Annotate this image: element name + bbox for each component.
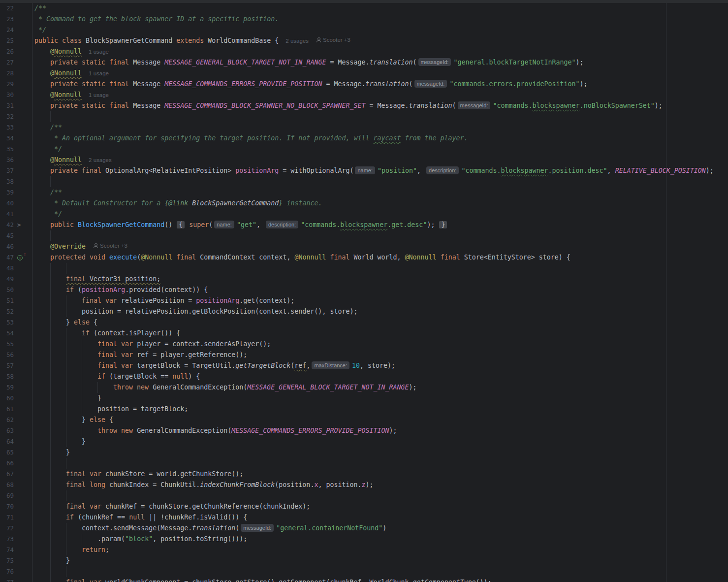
override-arrow-icon: ↑: [24, 252, 26, 257]
code-line[interactable]: 50 if (positionArg.provided(context)) {: [0, 285, 728, 295]
code-line[interactable]: 77 final var worldChunkComponent = chunk…: [0, 577, 728, 582]
code-token: "commands.: [301, 221, 340, 228]
code-line[interactable]: 36 @Nonnull2 usages: [0, 155, 728, 165]
code-line[interactable]: 51 final var relativePosition = position…: [0, 295, 728, 306]
folded-region[interactable]: }: [439, 221, 447, 228]
code-line[interactable]: 65 }: [0, 447, 728, 458]
code-line[interactable]: 67 final var chunkStore = world.getChunk…: [0, 469, 728, 480]
code-text: final var chunkStore = world.getChunkSto…: [32, 469, 243, 480]
gutter: 27: [0, 57, 32, 68]
gutter: 76: [0, 566, 32, 577]
code-author-hint[interactable]: Scooter +3: [317, 37, 350, 43]
usages-hint[interactable]: 1 usage: [89, 92, 109, 98]
overriding-method-icon[interactable]: I↑: [17, 254, 26, 262]
indent-guide: [82, 350, 97, 360]
code-line[interactable]: 76: [0, 566, 728, 577]
line-number: 51: [0, 295, 14, 306]
code-line[interactable]: 34 * An optional argument for specifying…: [0, 133, 728, 144]
indent-guide: [50, 339, 66, 350]
code-line[interactable]: 71 if (chunkRef == null || !chunkRef.isV…: [0, 512, 728, 523]
code-line[interactable]: 28 @Nonnull1 usage: [0, 68, 728, 79]
usages-hint[interactable]: 1 usage: [89, 70, 109, 76]
line-number: 74: [0, 545, 14, 555]
code-line[interactable]: 68 final long chunkIndex = ChunkUtil.ind…: [0, 480, 728, 490]
line-number: 40: [0, 198, 14, 209]
gutter: 52: [0, 306, 32, 317]
code-line[interactable]: 56 final var ref = player.getReference()…: [0, 350, 728, 360]
indent-guide: [50, 285, 66, 295]
code-line[interactable]: 54 if (context.isPlayer()) {: [0, 328, 728, 339]
indent-guide: [50, 328, 66, 339]
indent-guide: [66, 566, 82, 577]
code-line[interactable]: 60 }: [0, 393, 728, 404]
code-line[interactable]: 75 }: [0, 555, 728, 566]
inlay-hint: description:: [266, 221, 298, 228]
code-token: chunkRef = chunkStore.getChunkReference(…: [105, 503, 310, 510]
code-line[interactable]: 58 if (targetBlock == null) {: [0, 371, 728, 382]
code-line[interactable]: 38: [0, 176, 728, 187]
code-line[interactable]: 55 final var player = context.senderAsPl…: [0, 339, 728, 350]
code-line[interactable]: 46 @OverrideScooter +3: [0, 241, 728, 252]
code-line[interactable]: 52 position = relativePosition.getBlockP…: [0, 306, 728, 317]
code-line[interactable]: 70 final var chunkRef = chunkStore.getCh…: [0, 501, 728, 512]
code-line[interactable]: 61 position = targetBlock;: [0, 404, 728, 415]
code-line[interactable]: 40 * Default Constructor for a {@link Bl…: [0, 198, 728, 209]
code-line[interactable]: 66: [0, 458, 728, 469]
gutter: 39: [0, 187, 32, 198]
code-line[interactable]: 30 @Nonnull1 usage: [0, 90, 728, 100]
code-line[interactable]: 29 private static final Message MESSAGE_…: [0, 79, 728, 90]
code-line[interactable]: 69: [0, 490, 728, 501]
code-line[interactable]: 32: [0, 111, 728, 122]
code-line[interactable]: 25public class BlockSpawnerGetCommand ex…: [0, 35, 728, 46]
code-token: );: [580, 80, 588, 88]
code-token: "commands.: [493, 102, 532, 109]
indent-guide: [50, 306, 66, 317]
gutter: 63: [0, 425, 32, 436]
code-author-hint[interactable]: Scooter +3: [94, 243, 127, 249]
code-line[interactable]: 23 * Command to get the block spawner ID…: [0, 14, 728, 25]
code-line[interactable]: 49 final Vector3i position;: [0, 274, 728, 285]
code-line[interactable]: 45: [0, 230, 728, 241]
code-line[interactable]: 64 }: [0, 436, 728, 447]
code-token: .get(context);: [239, 297, 294, 304]
usages-hint[interactable]: 2 usages: [285, 38, 309, 44]
code-line[interactable]: 35 */: [0, 144, 728, 155]
code-line[interactable]: 39 /**: [0, 187, 728, 198]
gutter: 28: [0, 68, 32, 79]
code-text: [32, 111, 66, 122]
code-line[interactable]: 33 /**: [0, 122, 728, 133]
folded-region[interactable]: {: [177, 221, 185, 228]
fold-arrow-icon[interactable]: >: [17, 220, 21, 230]
code-line[interactable]: 47I↑ protected void execute(@Nonnull fin…: [0, 252, 728, 263]
indent-guide: [82, 534, 97, 545]
code-line[interactable]: 26 @Nonnull1 usage: [0, 46, 728, 57]
code-line[interactable]: 31 private static final Message MESSAGE_…: [0, 100, 728, 111]
code-token: indexChunkFromBlock: [200, 481, 275, 488]
gutter: 69: [0, 490, 32, 501]
code-line[interactable]: 37 private final OptionalArg<RelativeInt…: [0, 165, 728, 176]
code-line[interactable]: 73 .param("block", position.toString()))…: [0, 534, 728, 545]
indent-guide: [66, 404, 82, 415]
code-line[interactable]: 48: [0, 263, 728, 274]
usages-hint[interactable]: 1 usage: [89, 49, 109, 55]
code-line[interactable]: 27 private static final Message MESSAGE_…: [0, 57, 728, 68]
indent-guide: [34, 46, 50, 57]
code-line[interactable]: 62 } else {: [0, 415, 728, 425]
code-text: /**: [32, 122, 62, 133]
code-line[interactable]: 63 throw new GeneralCommandException(MES…: [0, 425, 728, 436]
code-line[interactable]: 74 return;: [0, 545, 728, 555]
code-line[interactable]: 41 */: [0, 209, 728, 220]
code-line[interactable]: 59 throw new GeneralCommandException(MES…: [0, 382, 728, 393]
code-line[interactable]: 24 */: [0, 25, 728, 35]
code-line[interactable]: 72 context.sendMessage(Message.translati…: [0, 523, 728, 534]
editor-pane[interactable]: 22/**23 * Command to get the block spawn…: [0, 3, 728, 582]
indent-guide: [97, 382, 113, 393]
code-line[interactable]: 42> public BlockSpawnerGetCommand() { su…: [0, 220, 728, 230]
code-line[interactable]: 57 final var targetBlock = TargetUtil.ge…: [0, 360, 728, 371]
usages-hint[interactable]: 2 usages: [89, 157, 112, 163]
code-line[interactable]: 53 } else {: [0, 317, 728, 328]
code-token: instance.: [283, 199, 322, 207]
gutter: 40: [0, 198, 32, 209]
line-number: 55: [0, 339, 14, 350]
code-line[interactable]: 22/**: [0, 3, 728, 14]
